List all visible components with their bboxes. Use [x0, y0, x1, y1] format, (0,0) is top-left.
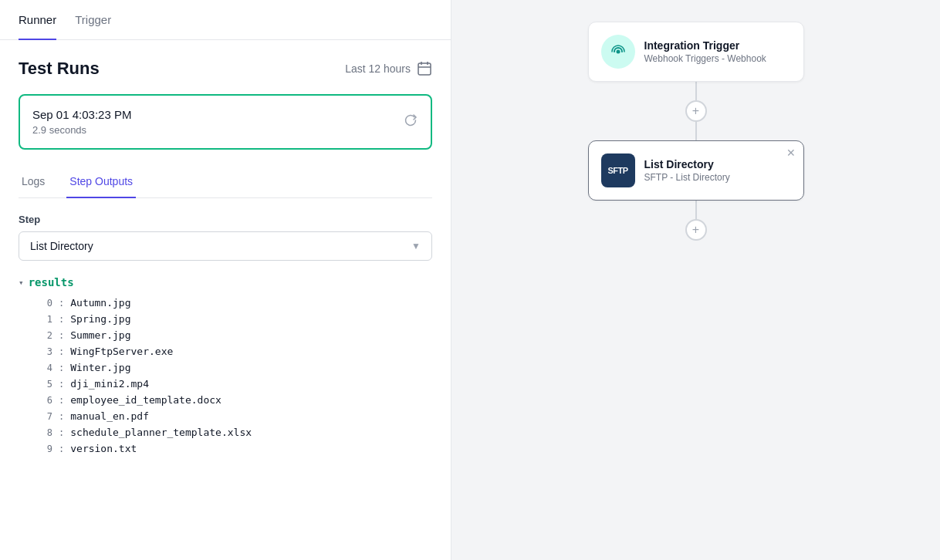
result-colon: : — [59, 346, 64, 357]
integration-trigger-card[interactable]: Integration Trigger Webhook Triggers - W… — [588, 22, 804, 82]
results-items: 0 : Autumn.jpg 1 : Spring.jpg 2 : Summer… — [19, 295, 432, 457]
results-key[interactable]: ▾ results — [19, 276, 432, 288]
result-colon: : — [59, 411, 64, 422]
list-item: 2 : Summer.jpg — [37, 327, 432, 343]
list-item: 4 : Winter.jpg — [37, 359, 432, 376]
result-index: 8 — [37, 427, 52, 438]
result-value: schedule_planner_template.xlsx — [70, 427, 252, 438]
result-value: version.txt — [70, 443, 137, 454]
result-value: employee_id_template.docx — [70, 394, 221, 406]
result-value: Winter.jpg — [70, 362, 130, 373]
sftp-label: SFTP — [607, 166, 627, 175]
test-runs-header: Test Runs Last 12 hours — [19, 59, 432, 79]
connector-line-3 — [695, 201, 697, 219]
flow-container: Integration Trigger Webhook Triggers - W… — [588, 19, 804, 241]
list-item: 3 : WingFtpServer.exe — [37, 343, 432, 359]
add-step-button-2[interactable]: + — [685, 219, 707, 241]
result-colon: : — [59, 363, 64, 373]
svg-point-5 — [616, 50, 620, 54]
result-index: 7 — [37, 411, 52, 422]
run-timestamp: Sep 01 4:03:23 PM — [32, 108, 131, 121]
list-directory-subtitle: SFTP - List Directory — [644, 172, 730, 183]
chevron-down-icon: ▼ — [411, 241, 421, 251]
run-info: Sep 01 4:03:23 PM 2.9 seconds — [32, 108, 131, 136]
result-index: 1 — [37, 314, 52, 325]
integration-trigger-info: Integration Trigger Webhook Triggers - W… — [644, 39, 766, 64]
refresh-icon[interactable] — [403, 113, 418, 132]
connector-1: + — [685, 82, 707, 140]
result-colon: : — [59, 330, 64, 341]
list-item: 5 : dji_mini2.mp4 — [37, 376, 432, 392]
list-item: 6 : employee_id_template.docx — [37, 392, 432, 408]
integration-trigger-title: Integration Trigger — [644, 39, 766, 52]
sub-tab-step-outputs[interactable]: Step Outputs — [66, 169, 136, 198]
connector-line-1 — [695, 82, 697, 100]
result-value: WingFtpServer.exe — [70, 346, 173, 357]
result-colon: : — [59, 298, 64, 309]
panel-content: Test Runs Last 12 hours Sep 01 4:03:23 P… — [0, 40, 451, 560]
sftp-icon-container: SFTP — [601, 153, 635, 187]
list-directory-info: List Directory SFTP - List Directory — [644, 158, 730, 183]
test-runs-title: Test Runs — [19, 59, 100, 79]
list-item: 0 : Autumn.jpg — [37, 295, 432, 311]
result-value: Spring.jpg — [70, 313, 130, 325]
tab-runner[interactable]: Runner — [19, 1, 56, 40]
results-key-label: results — [29, 276, 74, 288]
results-tree: ▾ results 0 : Autumn.jpg 1 : Spring.jpg … — [19, 276, 432, 457]
sub-tab-logs[interactable]: Logs — [19, 169, 48, 198]
left-panel: Runner Trigger Test Runs Last 12 hours S… — [0, 0, 451, 560]
result-colon: : — [59, 314, 64, 325]
sub-tabs: Logs Step Outputs — [19, 168, 432, 198]
run-card[interactable]: Sep 01 4:03:23 PM 2.9 seconds — [19, 94, 432, 150]
step-dropdown[interactable]: List Directory ▼ — [19, 231, 432, 261]
result-colon: : — [59, 444, 64, 454]
result-index: 3 — [37, 346, 52, 357]
result-index: 9 — [37, 444, 52, 454]
result-index: 4 — [37, 363, 52, 373]
list-item: 7 : manual_en.pdf — [37, 408, 432, 424]
time-filter-label: Last 12 hours — [345, 62, 411, 75]
result-value: dji_mini2.mp4 — [70, 378, 149, 390]
result-value: manual_en.pdf — [70, 410, 149, 422]
list-item: 8 : schedule_planner_template.xlsx — [37, 424, 432, 440]
result-colon: : — [59, 427, 64, 438]
connector-line-2 — [695, 122, 697, 140]
tab-trigger[interactable]: Trigger — [75, 1, 111, 40]
integration-trigger-subtitle: Webhook Triggers - Webhook — [644, 53, 766, 64]
result-colon: : — [59, 395, 64, 406]
list-directory-card[interactable]: SFTP List Directory SFTP - List Director… — [588, 140, 804, 201]
result-colon: : — [59, 379, 64, 390]
list-item: 1 : Spring.jpg — [37, 311, 432, 327]
svg-rect-0 — [418, 63, 431, 75]
close-button[interactable]: ✕ — [786, 147, 796, 158]
result-index: 0 — [37, 298, 52, 309]
chevron-down-icon: ▾ — [19, 278, 24, 288]
time-filter: Last 12 hours — [345, 61, 432, 76]
list-item: 9 : version.txt — [37, 440, 432, 457]
step-dropdown-value: List Directory — [30, 240, 93, 252]
connector-2: + — [685, 201, 707, 241]
integration-trigger-icon — [601, 35, 635, 69]
run-duration: 2.9 seconds — [32, 124, 131, 136]
result-index: 6 — [37, 395, 52, 406]
add-step-button-1[interactable]: + — [685, 100, 707, 122]
right-panel: Integration Trigger Webhook Triggers - W… — [451, 0, 940, 560]
list-directory-title: List Directory — [644, 158, 730, 170]
step-label: Step — [19, 214, 432, 225]
calendar-icon[interactable] — [417, 61, 432, 76]
main-tabs: Runner Trigger — [0, 0, 451, 40]
result-index: 2 — [37, 330, 52, 341]
result-value: Summer.jpg — [70, 329, 130, 341]
result-index: 5 — [37, 379, 52, 390]
result-value: Autumn.jpg — [70, 297, 130, 309]
